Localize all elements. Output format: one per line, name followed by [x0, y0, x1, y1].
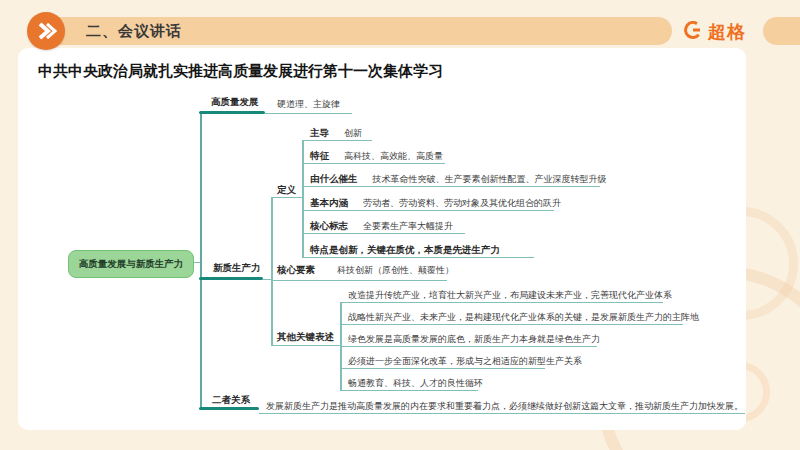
connector-line — [271, 197, 302, 198]
connector-line — [271, 280, 447, 281]
brand-name: 超格 — [708, 20, 746, 44]
connector-line — [302, 257, 534, 258]
connector-line — [271, 197, 273, 346]
connector-line — [302, 210, 554, 211]
connector-line — [340, 368, 545, 369]
brand-g-icon — [683, 20, 703, 44]
connector-line — [271, 345, 340, 346]
group-definition: 定义 — [277, 184, 296, 197]
content-panel — [18, 48, 746, 430]
connector-line — [302, 163, 445, 164]
connector-line — [200, 112, 202, 409]
connector-line — [340, 346, 597, 347]
connector-line — [302, 140, 372, 141]
branch-relationship: 二者关系 — [212, 394, 250, 407]
group-other-key-statements: 其他关键表述 — [277, 331, 334, 344]
connector-line — [265, 113, 352, 114]
branch-high-quality-note: 硬道理、主旋律 — [277, 98, 340, 111]
definition-row-leading: 主导创新 — [310, 127, 362, 140]
definition-row-features: 特征高科技、高效能、高质量 — [310, 150, 443, 163]
connector-line — [259, 413, 745, 414]
other-statement-item: 畅通教育、科技、人才的良性循环 — [348, 377, 483, 390]
definition-row-core-mark: 核心标志全要素生产率大幅提升 — [310, 220, 453, 233]
other-statement-item: 必须进一步全面深化改革，形成与之相适应的新型生产关系 — [348, 355, 582, 368]
group-core-elements: 核心要素科技创新（原创性、颠覆性） — [277, 264, 454, 277]
definition-row-connotation: 基本内涵劳动者、劳动资料、劳动对象及其优化组合的跃升 — [310, 197, 561, 210]
definition-row-origin: 由什么催生技术革命性突破、生产要素创新性配置、产业深度转型升级 — [310, 173, 607, 186]
mindmap-root-node: 高质量发展与新质生产力 — [68, 250, 194, 278]
header-banner-stub — [763, 17, 800, 45]
slide: 二、会议讲话 超格 中共中央政治局就扎实推进高质量发展进行第十一次集体学习 高质 — [0, 0, 800, 450]
connector-line — [302, 140, 304, 258]
connector-line — [340, 390, 478, 391]
branch-high-quality-development: 高质量发展 — [211, 96, 259, 109]
double-chevron-icon — [27, 12, 65, 50]
connector-line — [340, 324, 683, 325]
connector-line — [199, 111, 265, 114]
section-title: 二、会议讲话 — [86, 22, 182, 41]
connector-line — [199, 407, 259, 410]
definition-row-essence: 特点是创新，关键在质优，本质是先进生产力 — [310, 244, 500, 257]
connector-line — [340, 302, 663, 303]
branch-new-productive-forces: 新质生产力 — [213, 262, 261, 275]
slide-subtitle: 中共中央政治局就扎实推进高质量发展进行第十一次集体学习 — [38, 62, 443, 81]
connector-line — [302, 233, 465, 234]
other-statement-item: 绿色发展是高质量发展的底色，新质生产力本身就是绿色生产力 — [348, 333, 600, 346]
brand-logo: 超格 — [683, 20, 746, 44]
connector-line — [263, 279, 271, 280]
connector-line — [199, 277, 263, 280]
other-statement-item: 改造提升传统产业，培育壮大新兴产业，布局建设未来产业，完善现代化产业体系 — [348, 289, 672, 302]
branch-relationship-note: 发展新质生产力是推动高质量发展的内在要求和重要着力点，必须继续做好创新这篇大文章… — [266, 400, 743, 413]
connector-line — [302, 186, 600, 187]
other-statement-item: 战略性新兴产业、未来产业，是构建现代化产业体系的关键，是发展新质生产力的主阵地 — [348, 311, 699, 324]
